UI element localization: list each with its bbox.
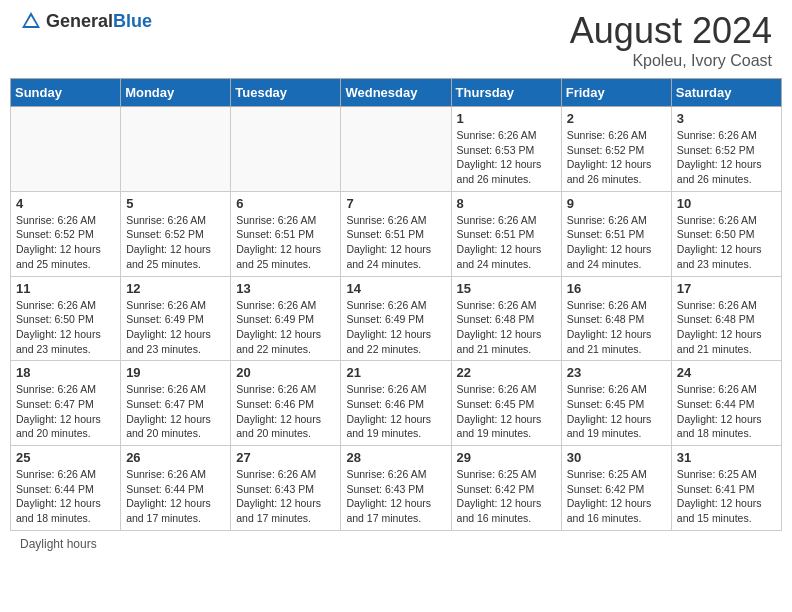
day-of-week-header: Monday bbox=[121, 79, 231, 107]
day-number: 9 bbox=[567, 196, 666, 211]
day-number: 14 bbox=[346, 281, 445, 296]
calendar-week-row: 25Sunrise: 6:26 AM Sunset: 6:44 PM Dayli… bbox=[11, 446, 782, 531]
day-info: Sunrise: 6:26 AM Sunset: 6:51 PM Dayligh… bbox=[457, 213, 556, 272]
footer-note: Daylight hours bbox=[10, 537, 782, 551]
calendar-week-row: 18Sunrise: 6:26 AM Sunset: 6:47 PM Dayli… bbox=[11, 361, 782, 446]
day-info: Sunrise: 6:26 AM Sunset: 6:46 PM Dayligh… bbox=[346, 382, 445, 441]
day-number: 18 bbox=[16, 365, 115, 380]
calendar-day-cell: 14Sunrise: 6:26 AM Sunset: 6:49 PM Dayli… bbox=[341, 276, 451, 361]
calendar-day-cell: 7Sunrise: 6:26 AM Sunset: 6:51 PM Daylig… bbox=[341, 191, 451, 276]
calendar-day-cell: 29Sunrise: 6:25 AM Sunset: 6:42 PM Dayli… bbox=[451, 446, 561, 531]
day-number: 27 bbox=[236, 450, 335, 465]
calendar-day-cell: 2Sunrise: 6:26 AM Sunset: 6:52 PM Daylig… bbox=[561, 107, 671, 192]
day-number: 25 bbox=[16, 450, 115, 465]
calendar-day-cell: 3Sunrise: 6:26 AM Sunset: 6:52 PM Daylig… bbox=[671, 107, 781, 192]
calendar-day-cell: 24Sunrise: 6:26 AM Sunset: 6:44 PM Dayli… bbox=[671, 361, 781, 446]
calendar-table: SundayMondayTuesdayWednesdayThursdayFrid… bbox=[10, 78, 782, 531]
day-info: Sunrise: 6:26 AM Sunset: 6:45 PM Dayligh… bbox=[567, 382, 666, 441]
day-of-week-header: Thursday bbox=[451, 79, 561, 107]
day-number: 16 bbox=[567, 281, 666, 296]
day-number: 12 bbox=[126, 281, 225, 296]
day-info: Sunrise: 6:26 AM Sunset: 6:44 PM Dayligh… bbox=[677, 382, 776, 441]
page-header: GeneralBlue August 2024 Kpoleu, Ivory Co… bbox=[10, 10, 782, 70]
day-info: Sunrise: 6:26 AM Sunset: 6:51 PM Dayligh… bbox=[567, 213, 666, 272]
calendar-day-cell: 18Sunrise: 6:26 AM Sunset: 6:47 PM Dayli… bbox=[11, 361, 121, 446]
day-number: 29 bbox=[457, 450, 556, 465]
calendar-week-row: 4Sunrise: 6:26 AM Sunset: 6:52 PM Daylig… bbox=[11, 191, 782, 276]
day-of-week-header: Wednesday bbox=[341, 79, 451, 107]
day-number: 17 bbox=[677, 281, 776, 296]
calendar-day-cell: 6Sunrise: 6:26 AM Sunset: 6:51 PM Daylig… bbox=[231, 191, 341, 276]
day-number: 15 bbox=[457, 281, 556, 296]
day-of-week-header: Tuesday bbox=[231, 79, 341, 107]
day-info: Sunrise: 6:26 AM Sunset: 6:52 PM Dayligh… bbox=[567, 128, 666, 187]
calendar-day-cell: 20Sunrise: 6:26 AM Sunset: 6:46 PM Dayli… bbox=[231, 361, 341, 446]
day-info: Sunrise: 6:26 AM Sunset: 6:50 PM Dayligh… bbox=[677, 213, 776, 272]
calendar-week-row: 11Sunrise: 6:26 AM Sunset: 6:50 PM Dayli… bbox=[11, 276, 782, 361]
day-info: Sunrise: 6:26 AM Sunset: 6:52 PM Dayligh… bbox=[677, 128, 776, 187]
day-info: Sunrise: 6:26 AM Sunset: 6:46 PM Dayligh… bbox=[236, 382, 335, 441]
calendar-day-cell: 19Sunrise: 6:26 AM Sunset: 6:47 PM Dayli… bbox=[121, 361, 231, 446]
calendar-day-cell: 22Sunrise: 6:26 AM Sunset: 6:45 PM Dayli… bbox=[451, 361, 561, 446]
day-number: 23 bbox=[567, 365, 666, 380]
day-info: Sunrise: 6:25 AM Sunset: 6:41 PM Dayligh… bbox=[677, 467, 776, 526]
day-info: Sunrise: 6:26 AM Sunset: 6:51 PM Dayligh… bbox=[346, 213, 445, 272]
day-of-week-header: Saturday bbox=[671, 79, 781, 107]
day-info: Sunrise: 6:26 AM Sunset: 6:51 PM Dayligh… bbox=[236, 213, 335, 272]
logo-text: GeneralBlue bbox=[46, 11, 152, 32]
day-info: Sunrise: 6:26 AM Sunset: 6:48 PM Dayligh… bbox=[567, 298, 666, 357]
day-info: Sunrise: 6:26 AM Sunset: 6:48 PM Dayligh… bbox=[457, 298, 556, 357]
day-number: 6 bbox=[236, 196, 335, 211]
general-blue-icon bbox=[20, 10, 42, 32]
daylight-hours-label: Daylight hours bbox=[20, 537, 97, 551]
day-info: Sunrise: 6:26 AM Sunset: 6:44 PM Dayligh… bbox=[126, 467, 225, 526]
location: Kpoleu, Ivory Coast bbox=[570, 52, 772, 70]
logo-general: General bbox=[46, 11, 113, 31]
day-number: 31 bbox=[677, 450, 776, 465]
calendar-day-cell: 17Sunrise: 6:26 AM Sunset: 6:48 PM Dayli… bbox=[671, 276, 781, 361]
calendar-day-cell bbox=[231, 107, 341, 192]
calendar-day-cell: 23Sunrise: 6:26 AM Sunset: 6:45 PM Dayli… bbox=[561, 361, 671, 446]
day-info: Sunrise: 6:26 AM Sunset: 6:52 PM Dayligh… bbox=[16, 213, 115, 272]
day-info: Sunrise: 6:26 AM Sunset: 6:43 PM Dayligh… bbox=[236, 467, 335, 526]
day-of-week-header: Sunday bbox=[11, 79, 121, 107]
calendar-day-cell: 1Sunrise: 6:26 AM Sunset: 6:53 PM Daylig… bbox=[451, 107, 561, 192]
calendar-day-cell: 5Sunrise: 6:26 AM Sunset: 6:52 PM Daylig… bbox=[121, 191, 231, 276]
calendar-day-cell: 21Sunrise: 6:26 AM Sunset: 6:46 PM Dayli… bbox=[341, 361, 451, 446]
calendar-day-cell: 13Sunrise: 6:26 AM Sunset: 6:49 PM Dayli… bbox=[231, 276, 341, 361]
day-number: 21 bbox=[346, 365, 445, 380]
day-info: Sunrise: 6:25 AM Sunset: 6:42 PM Dayligh… bbox=[567, 467, 666, 526]
day-info: Sunrise: 6:26 AM Sunset: 6:45 PM Dayligh… bbox=[457, 382, 556, 441]
calendar-day-cell: 27Sunrise: 6:26 AM Sunset: 6:43 PM Dayli… bbox=[231, 446, 341, 531]
calendar-day-cell: 12Sunrise: 6:26 AM Sunset: 6:49 PM Dayli… bbox=[121, 276, 231, 361]
day-number: 28 bbox=[346, 450, 445, 465]
logo: GeneralBlue bbox=[20, 10, 152, 32]
calendar-day-cell: 10Sunrise: 6:26 AM Sunset: 6:50 PM Dayli… bbox=[671, 191, 781, 276]
day-info: Sunrise: 6:26 AM Sunset: 6:49 PM Dayligh… bbox=[236, 298, 335, 357]
day-info: Sunrise: 6:25 AM Sunset: 6:42 PM Dayligh… bbox=[457, 467, 556, 526]
day-info: Sunrise: 6:26 AM Sunset: 6:47 PM Dayligh… bbox=[126, 382, 225, 441]
calendar-day-cell: 8Sunrise: 6:26 AM Sunset: 6:51 PM Daylig… bbox=[451, 191, 561, 276]
calendar-day-cell: 15Sunrise: 6:26 AM Sunset: 6:48 PM Dayli… bbox=[451, 276, 561, 361]
calendar-day-cell: 4Sunrise: 6:26 AM Sunset: 6:52 PM Daylig… bbox=[11, 191, 121, 276]
title-block: August 2024 Kpoleu, Ivory Coast bbox=[570, 10, 772, 70]
calendar-week-row: 1Sunrise: 6:26 AM Sunset: 6:53 PM Daylig… bbox=[11, 107, 782, 192]
day-info: Sunrise: 6:26 AM Sunset: 6:49 PM Dayligh… bbox=[126, 298, 225, 357]
day-number: 3 bbox=[677, 111, 776, 126]
day-number: 7 bbox=[346, 196, 445, 211]
calendar-day-cell bbox=[11, 107, 121, 192]
day-number: 24 bbox=[677, 365, 776, 380]
day-info: Sunrise: 6:26 AM Sunset: 6:49 PM Dayligh… bbox=[346, 298, 445, 357]
day-info: Sunrise: 6:26 AM Sunset: 6:50 PM Dayligh… bbox=[16, 298, 115, 357]
day-info: Sunrise: 6:26 AM Sunset: 6:53 PM Dayligh… bbox=[457, 128, 556, 187]
day-number: 10 bbox=[677, 196, 776, 211]
calendar-day-cell: 26Sunrise: 6:26 AM Sunset: 6:44 PM Dayli… bbox=[121, 446, 231, 531]
calendar-day-cell: 16Sunrise: 6:26 AM Sunset: 6:48 PM Dayli… bbox=[561, 276, 671, 361]
day-number: 30 bbox=[567, 450, 666, 465]
day-number: 26 bbox=[126, 450, 225, 465]
calendar-day-cell: 25Sunrise: 6:26 AM Sunset: 6:44 PM Dayli… bbox=[11, 446, 121, 531]
day-number: 8 bbox=[457, 196, 556, 211]
calendar-day-cell: 31Sunrise: 6:25 AM Sunset: 6:41 PM Dayli… bbox=[671, 446, 781, 531]
header-row: SundayMondayTuesdayWednesdayThursdayFrid… bbox=[11, 79, 782, 107]
day-number: 4 bbox=[16, 196, 115, 211]
